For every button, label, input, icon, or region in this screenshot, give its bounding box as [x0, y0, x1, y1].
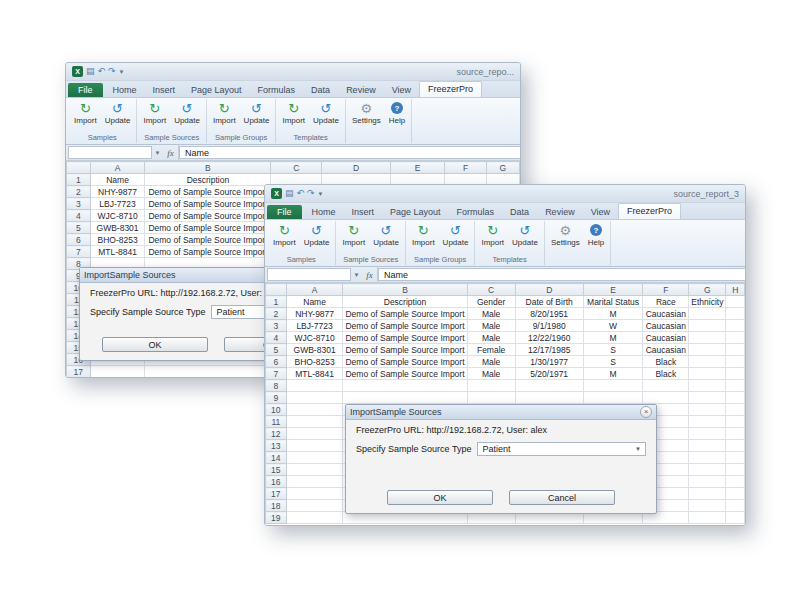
- cell-B6[interactable]: Demo of Sample Source Import: [145, 234, 271, 246]
- col-header-E[interactable]: E: [583, 284, 643, 296]
- row-header-15[interactable]: 15: [266, 464, 287, 476]
- update-button[interactable]: ↺Update: [241, 101, 273, 125]
- row-header-7[interactable]: 7: [67, 246, 91, 258]
- cell-H5[interactable]: [726, 344, 745, 356]
- cell-E7[interactable]: M: [583, 368, 643, 380]
- tab-insert[interactable]: Insert: [344, 205, 383, 219]
- import-button[interactable]: ↻Import: [409, 223, 438, 247]
- cell-H3[interactable]: [726, 320, 745, 332]
- cell-H16[interactable]: [726, 476, 745, 488]
- formula-input[interactable]: Name: [179, 146, 520, 159]
- help-button[interactable]: ?Help: [386, 101, 408, 125]
- cell-A4[interactable]: WJC-8710: [286, 332, 343, 344]
- row-header-5[interactable]: 5: [266, 344, 287, 356]
- update-button[interactable]: ↺Update: [509, 223, 541, 247]
- tab-formulas[interactable]: Formulas: [250, 83, 304, 97]
- cell-E4[interactable]: M: [583, 332, 643, 344]
- row-header-4[interactable]: 4: [266, 332, 287, 344]
- cell-A18[interactable]: [286, 500, 343, 512]
- tab-data[interactable]: Data: [303, 83, 338, 97]
- cell-B5[interactable]: Demo of Sample Source Import: [343, 344, 467, 356]
- cell-A9[interactable]: [286, 392, 343, 404]
- import-button[interactable]: ↻Import: [279, 101, 308, 125]
- cell-B4[interactable]: Demo of Sample Source Import: [145, 210, 271, 222]
- cell-G9[interactable]: [689, 392, 726, 404]
- row-header-3[interactable]: 3: [67, 198, 91, 210]
- cell-F4[interactable]: Caucasian: [643, 332, 689, 344]
- cell-F7[interactable]: Black: [643, 368, 689, 380]
- help-button[interactable]: ?Help: [585, 223, 607, 247]
- cell-H19[interactable]: [726, 512, 745, 524]
- cell-C5[interactable]: Female: [467, 344, 515, 356]
- cell-D8[interactable]: [515, 380, 583, 392]
- cancel-button[interactable]: Cancel: [509, 490, 615, 505]
- cell-H17[interactable]: [726, 488, 745, 500]
- cell-H2[interactable]: [726, 308, 745, 320]
- cell-D6[interactable]: 1/30/1977: [515, 356, 583, 368]
- cell-H12[interactable]: [726, 428, 745, 440]
- cell-A5[interactable]: GWB-8301: [286, 344, 343, 356]
- row-header-5[interactable]: 5: [67, 222, 91, 234]
- update-button[interactable]: ↺Update: [440, 223, 472, 247]
- sample-source-type-select[interactable]: Patient ▼: [477, 442, 646, 456]
- cell-C9[interactable]: [467, 392, 515, 404]
- cell-A2[interactable]: NHY-9877: [286, 308, 343, 320]
- cell-B6[interactable]: Demo of Sample Source Import: [343, 356, 467, 368]
- tab-view[interactable]: View: [583, 205, 618, 219]
- cell-A14[interactable]: [286, 452, 343, 464]
- cell-B5[interactable]: Demo of Sample Source Import: [145, 222, 271, 234]
- cell-G17[interactable]: [689, 488, 726, 500]
- cell-F1[interactable]: Race: [643, 296, 689, 308]
- import-button[interactable]: ↻Import: [140, 101, 169, 125]
- cell-A6[interactable]: BHO-8253: [286, 356, 343, 368]
- tab-view[interactable]: View: [384, 83, 419, 97]
- row-header-1[interactable]: 1: [67, 174, 91, 186]
- update-button[interactable]: ↺Update: [370, 223, 402, 247]
- tab-insert[interactable]: Insert: [145, 83, 184, 97]
- cell-A5[interactable]: GWB-8301: [90, 222, 145, 234]
- row-header-8[interactable]: 8: [266, 380, 287, 392]
- row-header-10[interactable]: 10: [266, 404, 287, 416]
- cell-H9[interactable]: [726, 392, 745, 404]
- cell-G4[interactable]: [689, 332, 726, 344]
- cell-D4[interactable]: 12/22/1960: [515, 332, 583, 344]
- col-header-A[interactable]: A: [286, 284, 343, 296]
- cell-A1[interactable]: Name: [90, 174, 145, 186]
- tab-file[interactable]: File: [68, 83, 103, 97]
- cell-A8[interactable]: [286, 380, 343, 392]
- row-header-6[interactable]: 6: [67, 234, 91, 246]
- update-button[interactable]: ↺Update: [310, 101, 342, 125]
- row-header-17[interactable]: 17: [67, 366, 91, 378]
- cell-F2[interactable]: Caucasian: [643, 308, 689, 320]
- cell-A7[interactable]: MTL-8841: [286, 368, 343, 380]
- cell-H13[interactable]: [726, 440, 745, 452]
- col-header-C[interactable]: C: [271, 162, 322, 174]
- col-header-B[interactable]: B: [343, 284, 467, 296]
- cell-A11[interactable]: [286, 416, 343, 428]
- cell-C6[interactable]: Male: [467, 356, 515, 368]
- cell-A17[interactable]: [90, 366, 145, 378]
- close-icon[interactable]: ×: [640, 406, 652, 418]
- name-box-dropdown-icon[interactable]: ▼: [351, 267, 362, 282]
- cell-H18[interactable]: [726, 500, 745, 512]
- cell-E2[interactable]: M: [583, 308, 643, 320]
- ok-button[interactable]: OK: [102, 337, 208, 352]
- cell-G5[interactable]: [689, 344, 726, 356]
- cell-G2[interactable]: [689, 308, 726, 320]
- row-header-1[interactable]: 1: [266, 296, 287, 308]
- cell-H7[interactable]: [726, 368, 745, 380]
- ok-button[interactable]: OK: [387, 490, 493, 505]
- name-box[interactable]: [267, 268, 351, 281]
- cell-F3[interactable]: Caucasian: [643, 320, 689, 332]
- cell-B7[interactable]: Demo of Sample Source Import: [145, 246, 271, 258]
- cell-H14[interactable]: [726, 452, 745, 464]
- cell-C1[interactable]: Gender: [467, 296, 515, 308]
- cell-C2[interactable]: Male: [467, 308, 515, 320]
- cell-G3[interactable]: [689, 320, 726, 332]
- cell-C3[interactable]: Male: [467, 320, 515, 332]
- cell-G19[interactable]: [689, 512, 726, 524]
- cell-B4[interactable]: Demo of Sample Source Import: [343, 332, 467, 344]
- dialog-title-bar[interactable]: ImportSample Sources ×: [346, 405, 656, 420]
- cell-D7[interactable]: 5/20/1971: [515, 368, 583, 380]
- cell-B1[interactable]: Description: [343, 296, 467, 308]
